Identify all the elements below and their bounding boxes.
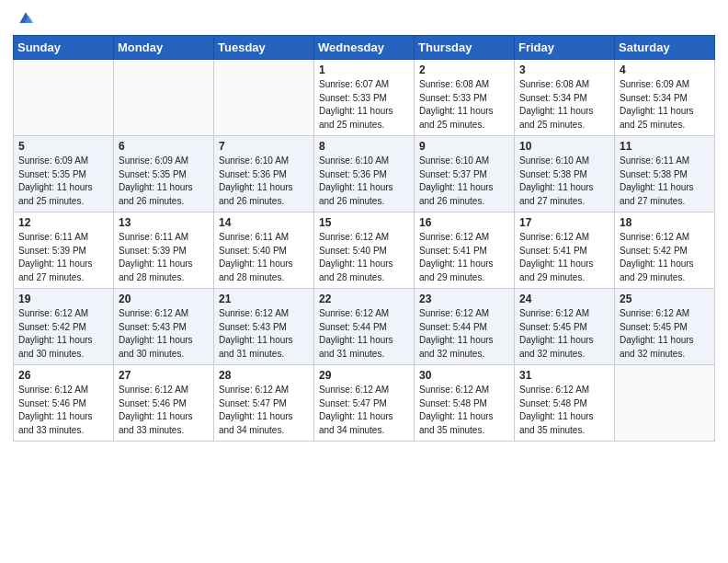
col-header-wednesday: Wednesday [314, 36, 415, 60]
day-number: 23 [419, 293, 509, 305]
page: SundayMondayTuesdayWednesdayThursdayFrid… [0, 0, 728, 563]
day-number: 3 [519, 63, 609, 76]
day-number: 4 [620, 63, 710, 76]
calendar-cell: 18Sunrise: 6:12 AMSunset: 5:42 PMDayligh… [615, 213, 715, 289]
day-info: Sunrise: 6:10 AMSunset: 5:36 PMDaylight:… [219, 155, 309, 208]
calendar-cell: 3Sunrise: 6:08 AMSunset: 5:34 PMDaylight… [515, 60, 615, 136]
day-number: 28 [219, 369, 309, 382]
calendar-cell [615, 365, 715, 442]
day-number: 7 [219, 140, 309, 153]
day-number: 5 [18, 140, 108, 153]
header [13, 9, 715, 28]
day-number: 22 [319, 293, 409, 305]
calendar-cell [214, 60, 314, 136]
col-header-thursday: Thursday [415, 36, 515, 60]
day-info: Sunrise: 6:11 AMSunset: 5:40 PMDaylight:… [219, 231, 309, 284]
calendar-cell: 25Sunrise: 6:12 AMSunset: 5:45 PMDayligh… [615, 289, 715, 365]
day-info: Sunrise: 6:11 AMSunset: 5:39 PMDaylight:… [18, 231, 108, 284]
day-info: Sunrise: 6:12 AMSunset: 5:42 PMDaylight:… [18, 307, 108, 361]
day-info: Sunrise: 6:12 AMSunset: 5:47 PMDaylight:… [319, 384, 409, 437]
day-number: 31 [519, 369, 609, 382]
calendar-cell: 23Sunrise: 6:12 AMSunset: 5:44 PMDayligh… [415, 289, 515, 365]
day-info: Sunrise: 6:12 AMSunset: 5:45 PMDaylight:… [620, 307, 710, 361]
day-info: Sunrise: 6:07 AMSunset: 5:33 PMDaylight:… [319, 78, 409, 132]
calendar-cell [114, 60, 214, 136]
day-info: Sunrise: 6:09 AMSunset: 5:34 PMDaylight:… [620, 78, 710, 132]
day-info: Sunrise: 6:08 AMSunset: 5:34 PMDaylight:… [519, 78, 609, 132]
day-info: Sunrise: 6:12 AMSunset: 5:41 PMDaylight:… [419, 231, 509, 284]
day-info: Sunrise: 6:12 AMSunset: 5:44 PMDaylight:… [419, 307, 509, 361]
day-info: Sunrise: 6:12 AMSunset: 5:48 PMDaylight:… [519, 384, 609, 437]
col-header-friday: Friday [515, 36, 615, 60]
calendar-cell: 6Sunrise: 6:09 AMSunset: 5:35 PMDaylight… [114, 136, 214, 213]
day-number: 11 [620, 140, 710, 153]
calendar-cell: 14Sunrise: 6:11 AMSunset: 5:40 PMDayligh… [214, 213, 314, 289]
calendar-header-row: SundayMondayTuesdayWednesdayThursdayFrid… [14, 36, 715, 60]
calendar-cell: 24Sunrise: 6:12 AMSunset: 5:45 PMDayligh… [515, 289, 615, 365]
day-number: 25 [620, 293, 710, 305]
calendar-cell: 10Sunrise: 6:10 AMSunset: 5:38 PMDayligh… [515, 136, 615, 213]
day-number: 12 [18, 216, 108, 229]
calendar-week-row: 5Sunrise: 6:09 AMSunset: 5:35 PMDaylight… [14, 136, 715, 213]
day-info: Sunrise: 6:09 AMSunset: 5:35 PMDaylight:… [119, 155, 209, 208]
calendar-cell: 1Sunrise: 6:07 AMSunset: 5:33 PMDaylight… [314, 60, 415, 136]
day-info: Sunrise: 6:12 AMSunset: 5:48 PMDaylight:… [419, 384, 509, 437]
day-info: Sunrise: 6:10 AMSunset: 5:36 PMDaylight:… [319, 155, 409, 208]
calendar-cell: 8Sunrise: 6:10 AMSunset: 5:36 PMDaylight… [314, 136, 415, 213]
day-number: 19 [18, 293, 108, 305]
calendar-cell: 9Sunrise: 6:10 AMSunset: 5:37 PMDaylight… [415, 136, 515, 213]
calendar-cell: 20Sunrise: 6:12 AMSunset: 5:43 PMDayligh… [114, 289, 214, 365]
calendar-cell: 31Sunrise: 6:12 AMSunset: 5:48 PMDayligh… [515, 365, 615, 442]
day-info: Sunrise: 6:10 AMSunset: 5:37 PMDaylight:… [419, 155, 509, 208]
day-info: Sunrise: 6:10 AMSunset: 5:38 PMDaylight:… [519, 155, 609, 208]
calendar-cell: 11Sunrise: 6:11 AMSunset: 5:38 PMDayligh… [615, 136, 715, 213]
calendar-cell: 29Sunrise: 6:12 AMSunset: 5:47 PMDayligh… [314, 365, 415, 442]
day-number: 13 [119, 216, 209, 229]
day-info: Sunrise: 6:11 AMSunset: 5:38 PMDaylight:… [620, 155, 710, 208]
calendar-cell: 5Sunrise: 6:09 AMSunset: 5:35 PMDaylight… [14, 136, 114, 213]
day-number: 6 [119, 140, 209, 153]
day-number: 15 [319, 216, 409, 229]
calendar-cell: 19Sunrise: 6:12 AMSunset: 5:42 PMDayligh… [14, 289, 114, 365]
calendar-cell [14, 60, 114, 136]
calendar-table: SundayMondayTuesdayWednesdayThursdayFrid… [13, 35, 715, 442]
calendar-cell: 15Sunrise: 6:12 AMSunset: 5:40 PMDayligh… [314, 213, 415, 289]
calendar-cell: 13Sunrise: 6:11 AMSunset: 5:39 PMDayligh… [114, 213, 214, 289]
calendar-cell: 17Sunrise: 6:12 AMSunset: 5:41 PMDayligh… [515, 213, 615, 289]
calendar-week-row: 1Sunrise: 6:07 AMSunset: 5:33 PMDaylight… [14, 60, 715, 136]
day-number: 24 [519, 293, 609, 305]
day-info: Sunrise: 6:12 AMSunset: 5:42 PMDaylight:… [620, 231, 710, 284]
day-number: 10 [519, 140, 609, 153]
day-number: 29 [319, 369, 409, 382]
day-number: 16 [419, 216, 509, 229]
day-info: Sunrise: 6:12 AMSunset: 5:46 PMDaylight:… [119, 384, 209, 437]
day-number: 2 [419, 63, 509, 76]
day-number: 9 [419, 140, 509, 153]
day-info: Sunrise: 6:12 AMSunset: 5:45 PMDaylight:… [519, 307, 609, 361]
day-info: Sunrise: 6:12 AMSunset: 5:47 PMDaylight:… [219, 384, 309, 437]
calendar-cell: 4Sunrise: 6:09 AMSunset: 5:34 PMDaylight… [615, 60, 715, 136]
day-number: 18 [620, 216, 710, 229]
day-number: 30 [419, 369, 509, 382]
col-header-saturday: Saturday [615, 36, 715, 60]
calendar-cell: 2Sunrise: 6:08 AMSunset: 5:33 PMDaylight… [415, 60, 515, 136]
calendar-cell: 30Sunrise: 6:12 AMSunset: 5:48 PMDayligh… [415, 365, 515, 442]
calendar-cell: 16Sunrise: 6:12 AMSunset: 5:41 PMDayligh… [415, 213, 515, 289]
calendar-cell: 26Sunrise: 6:12 AMSunset: 5:46 PMDayligh… [14, 365, 114, 442]
calendar-cell: 22Sunrise: 6:12 AMSunset: 5:44 PMDayligh… [314, 289, 415, 365]
calendar-cell: 12Sunrise: 6:11 AMSunset: 5:39 PMDayligh… [14, 213, 114, 289]
col-header-tuesday: Tuesday [214, 36, 314, 60]
col-header-monday: Monday [114, 36, 214, 60]
day-number: 8 [319, 140, 409, 153]
calendar-cell: 21Sunrise: 6:12 AMSunset: 5:43 PMDayligh… [214, 289, 314, 365]
day-info: Sunrise: 6:12 AMSunset: 5:46 PMDaylight:… [18, 384, 108, 437]
day-info: Sunrise: 6:08 AMSunset: 5:33 PMDaylight:… [419, 78, 509, 132]
day-number: 20 [119, 293, 209, 305]
calendar-week-row: 26Sunrise: 6:12 AMSunset: 5:46 PMDayligh… [14, 365, 715, 442]
day-info: Sunrise: 6:12 AMSunset: 5:40 PMDaylight:… [319, 231, 409, 284]
day-info: Sunrise: 6:11 AMSunset: 5:39 PMDaylight:… [119, 231, 209, 284]
day-number: 27 [119, 369, 209, 382]
calendar-week-row: 12Sunrise: 6:11 AMSunset: 5:39 PMDayligh… [14, 213, 715, 289]
logo-icon [17, 9, 35, 28]
day-number: 26 [18, 369, 108, 382]
